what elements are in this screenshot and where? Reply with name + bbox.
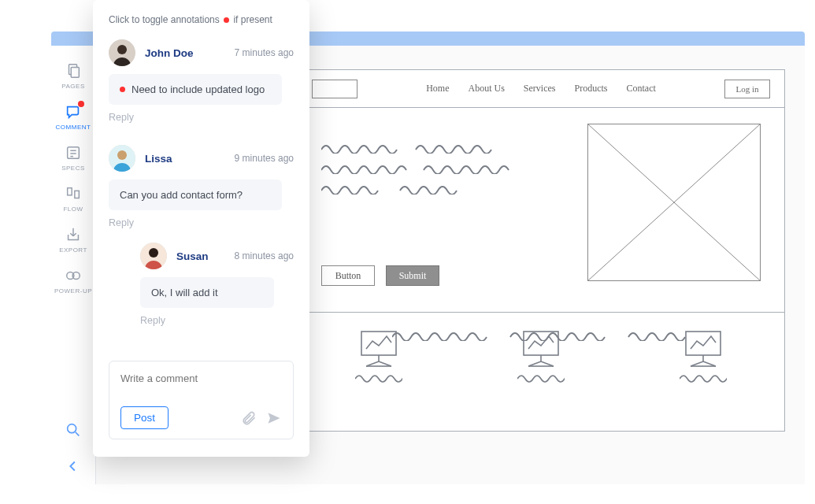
comment-text: Need to include updated logo [132, 83, 265, 95]
hint-text: if present [233, 14, 272, 25]
svg-line-17 [366, 361, 379, 366]
zoom-button[interactable] [65, 421, 82, 439]
svg-rect-7 [75, 191, 80, 198]
svg-point-30 [117, 45, 127, 54]
rail-item-powerup[interactable]: POWER-UP [51, 260, 95, 301]
wf-feature [680, 328, 727, 413]
annotation-dot-icon [120, 87, 125, 92]
wf-submit-button: Submit [386, 265, 439, 286]
svg-rect-1 [71, 67, 79, 77]
wf-text-scribble [321, 183, 487, 195]
hint-text: Click to toggle annotations [109, 14, 220, 25]
rail-item-comment[interactable]: COMMENT [51, 96, 95, 137]
comment-time: 8 minutes ago [235, 250, 294, 261]
send-icon[interactable] [266, 410, 282, 426]
collapse-button[interactable] [65, 458, 82, 475]
wf-feature [517, 328, 565, 413]
rail-label: COMMENT [56, 124, 91, 131]
comment-time: 7 minutes ago [235, 47, 294, 58]
export-icon [65, 226, 82, 243]
comment-body[interactable]: Ok, I will add it [140, 277, 274, 308]
powerup-icon [65, 267, 82, 284]
rail-label: POWER-UP [54, 287, 92, 295]
svg-point-34 [149, 248, 158, 258]
wf-text-scribble [321, 143, 526, 154]
comment-composer: Post [109, 361, 294, 439]
specs-icon [65, 144, 82, 161]
artboard[interactable]: Home About Us Services Products Contact … [297, 69, 785, 432]
comment-reply: Susan 8 minutes ago Ok, I will add it Re… [109, 243, 294, 340]
comment: John Doe 7 minutes ago Need to include u… [109, 39, 294, 137]
comment-body[interactable]: Need to include updated logo [109, 74, 282, 105]
wf-nav-item: Contact [627, 83, 656, 94]
comment-panel: Click to toggle annotations if present J… [93, 0, 309, 457]
wf-hero: Button Submit [298, 108, 784, 313]
svg-rect-14 [361, 332, 396, 355]
attach-icon[interactable] [241, 410, 257, 426]
rail-item-specs[interactable]: SPECS [51, 137, 95, 178]
rail-label: FLOW [63, 206, 83, 213]
wf-text-scribble [392, 330, 707, 341]
pages-icon [65, 62, 82, 80]
comment-thread: John Doe 7 minutes ago Need to include u… [109, 39, 294, 348]
comment-input[interactable] [120, 372, 282, 384]
rail-item-export[interactable]: EXPORT [51, 219, 95, 260]
comment: Lissa 9 minutes ago Can you add contact … [109, 145, 294, 340]
wf-logo-placeholder [312, 80, 357, 98]
wf-nav: Home About Us Services Products Contact [357, 83, 724, 94]
comment-author[interactable]: John Doe [145, 47, 194, 59]
reply-button[interactable]: Reply [109, 112, 134, 123]
avatar[interactable] [109, 145, 135, 172]
avatar[interactable] [140, 243, 167, 269]
wf-header: Home About Us Services Products Contact … [298, 70, 784, 108]
wf-nav-item: Services [524, 83, 556, 94]
svg-point-32 [117, 150, 127, 160]
svg-point-10 [68, 424, 76, 433]
reply-button[interactable]: Reply [109, 217, 134, 228]
rail-label: EXPORT [59, 246, 87, 254]
wf-image-placeholder [587, 124, 761, 281]
svg-line-27 [691, 361, 703, 366]
wf-features [298, 313, 784, 431]
wf-button: Button [321, 265, 375, 286]
comment-text: Can you add contact form? [120, 189, 243, 201]
comment-text: Ok, I will add it [151, 287, 218, 298]
comment-author[interactable]: Lissa [145, 153, 172, 165]
svg-rect-6 [68, 187, 72, 195]
wf-nav-item: About Us [469, 83, 505, 94]
post-button[interactable]: Post [120, 406, 169, 429]
avatar[interactable] [109, 39, 135, 66]
reply-button[interactable]: Reply [140, 315, 165, 326]
wf-text-scribble [321, 163, 542, 174]
wf-nav-item: Products [575, 83, 608, 94]
wf-login-button: Log in [724, 80, 770, 98]
svg-line-28 [703, 361, 716, 366]
comment-time: 9 minutes ago [235, 153, 294, 164]
wf-nav-item: Home [426, 83, 449, 94]
side-rail: PAGES COMMENT SPECS FLOW [51, 46, 96, 484]
svg-line-22 [528, 361, 541, 366]
notification-dot [78, 101, 84, 107]
svg-line-18 [379, 361, 391, 366]
rail-item-flow[interactable]: FLOW [51, 178, 95, 219]
comment-body[interactable]: Can you add contact form? [109, 180, 282, 210]
comment-author[interactable]: Susan [176, 250, 209, 262]
svg-line-11 [76, 432, 80, 436]
wf-feature [355, 328, 402, 413]
svg-line-23 [541, 361, 554, 366]
rail-label: SPECS [61, 165, 85, 172]
annotation-hint: Click to toggle annotations if present [109, 14, 294, 25]
rail-item-pages[interactable]: PAGES [51, 55, 95, 96]
flow-icon [65, 185, 82, 202]
annotation-dot-icon [224, 17, 229, 23]
rail-label: PAGES [61, 83, 84, 90]
